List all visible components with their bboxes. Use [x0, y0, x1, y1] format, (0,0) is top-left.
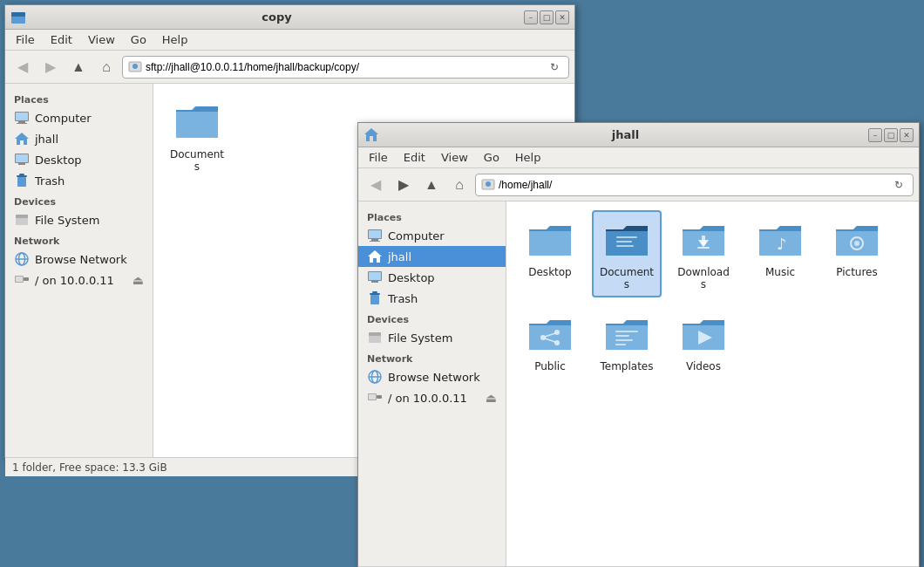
toolbar-jhall: ◀ ▶ ▲ ⌂ ↻: [358, 168, 919, 202]
sidebar-computer-jhall[interactable]: Computer: [358, 225, 506, 246]
sidebar-trash-label-copy: Trash: [35, 174, 65, 188]
home-btn-jhall[interactable]: ⌂: [447, 173, 472, 197]
svg-marker-23: [364, 128, 378, 141]
file-label-public: Public: [534, 360, 566, 372]
network-icon-copy: [14, 251, 30, 267]
svg-rect-63: [615, 344, 626, 345]
address-bar-copy: ↻: [122, 56, 569, 79]
svg-rect-35: [370, 293, 380, 295]
sidebar-trash-copy[interactable]: Trash: [5, 170, 153, 191]
sidebar-trash-jhall[interactable]: Trash: [358, 288, 506, 309]
address-input-copy[interactable]: [146, 61, 542, 73]
window-controls-jhall: – □ ✕: [868, 128, 914, 142]
address-input-jhall[interactable]: [499, 179, 887, 191]
sidebar-filesystem-jhall[interactable]: File System: [358, 327, 506, 348]
maximize-btn-jhall[interactable]: □: [884, 128, 898, 142]
eject-icon-copy[interactable]: ⏏: [132, 273, 144, 287]
menu-help-jhall[interactable]: Help: [508, 149, 548, 166]
menu-file-jhall[interactable]: File: [362, 149, 395, 166]
sidebar-jhall-copy[interactable]: jhall: [5, 128, 153, 149]
file-item-videos[interactable]: Videos: [669, 304, 738, 379]
svg-point-57: [554, 340, 560, 345]
menu-view-jhall[interactable]: View: [434, 149, 475, 166]
sidebar-remote-jhall[interactable]: / on 10.0.0.11 ⏏: [358, 387, 506, 408]
sidebar-browsenetwork-label-copy: Browse Network: [35, 253, 127, 266]
menu-edit-copy[interactable]: Edit: [44, 31, 79, 48]
sidebar-desktop-jhall[interactable]: Desktop: [358, 267, 506, 288]
file-item-documents[interactable]: Documents: [592, 210, 662, 297]
svg-rect-38: [369, 332, 381, 336]
sidebar-browsenetwork-jhall[interactable]: Browse Network: [358, 366, 506, 387]
trash-icon-jhall: [367, 290, 383, 306]
menubar-jhall: File Edit View Go Help: [358, 147, 919, 168]
forward-btn-jhall[interactable]: ▶: [391, 173, 416, 197]
places-label-copy: Places: [5, 89, 153, 107]
svg-rect-21: [16, 277, 23, 282]
home-btn-copy[interactable]: ⌂: [94, 55, 119, 79]
folder-icon-documents-copy: [174, 99, 220, 145]
minimize-btn-jhall[interactable]: –: [868, 128, 882, 142]
menu-file-copy[interactable]: File: [9, 31, 42, 48]
computer-icon-copy: [14, 110, 30, 126]
forward-btn-copy[interactable]: ▶: [38, 55, 63, 79]
folder-icon-downloads: [681, 217, 726, 263]
sidebar-desktop-label-jhall: Desktop: [388, 271, 435, 284]
folder-icon-pictures: [834, 217, 880, 263]
back-btn-copy[interactable]: ◀: [10, 55, 35, 79]
sidebar-browsenetwork-copy[interactable]: Browse Network: [5, 249, 153, 270]
file-item-music[interactable]: ♪ Music: [745, 210, 815, 297]
sidebar-computer-copy[interactable]: Computer: [5, 107, 153, 128]
svg-rect-62: [615, 339, 633, 341]
refresh-btn-jhall[interactable]: ↻: [890, 176, 907, 194]
sidebar-jhall-label-jhall: jhall: [388, 250, 411, 263]
folder-icon-videos: [681, 311, 726, 357]
desktop-icon-copy: [14, 152, 30, 167]
sidebar-filesystem-label-jhall: File System: [388, 331, 452, 345]
file-grid-jhall: Desktop Documents: [506, 202, 919, 566]
sidebar-filesystem-copy[interactable]: File System: [5, 209, 153, 230]
menu-edit-jhall[interactable]: Edit: [397, 149, 432, 166]
sidebar-remote-copy[interactable]: / on 10.0.0.11 ⏏: [5, 270, 153, 290]
titlebar-copy: copy – □ ✕: [5, 5, 574, 30]
svg-marker-8: [15, 133, 29, 145]
sidebar-jhall-jhall[interactable]: jhall: [358, 246, 506, 267]
file-item-public[interactable]: Public: [515, 304, 585, 379]
sidebar-remote-label-copy: / on 10.0.0.11: [35, 274, 114, 287]
close-btn-copy[interactable]: ✕: [555, 10, 569, 24]
sidebar-remote-label-jhall: / on 10.0.0.11: [388, 392, 467, 405]
content-area-jhall: Places Computer jhall: [358, 202, 919, 566]
menu-view-copy[interactable]: View: [81, 31, 122, 48]
svg-rect-27: [369, 230, 381, 238]
sidebar-desktop-copy[interactable]: Desktop: [5, 149, 153, 170]
file-item-documents-copy[interactable]: Documents: [162, 92, 232, 180]
address-location-icon-copy: [128, 60, 142, 74]
home-icon-copy: [14, 131, 30, 147]
file-item-pictures[interactable]: Pictures: [822, 210, 892, 297]
file-label-downloads: Downloads: [676, 266, 731, 290]
up-btn-copy[interactable]: ▲: [66, 55, 91, 79]
minimize-btn-copy[interactable]: –: [524, 10, 538, 24]
svg-rect-50: [702, 236, 705, 245]
sidebar-computer-label-copy: Computer: [35, 112, 92, 125]
file-label-pictures: Pictures: [836, 266, 878, 278]
svg-rect-36: [372, 291, 377, 293]
window-icon-copy: [10, 10, 26, 25]
sidebar-filesystem-label-copy: File System: [35, 214, 99, 227]
refresh-btn-copy[interactable]: ↻: [546, 58, 563, 76]
close-btn-jhall[interactable]: ✕: [900, 128, 914, 142]
network-icon-jhall: [367, 369, 383, 385]
menu-go-jhall[interactable]: Go: [477, 149, 506, 166]
svg-rect-32: [369, 272, 381, 280]
file-item-downloads[interactable]: Downloads: [669, 210, 738, 297]
up-btn-jhall[interactable]: ▲: [419, 173, 444, 197]
maximize-btn-copy[interactable]: □: [540, 10, 554, 24]
file-item-desktop[interactable]: Desktop: [515, 210, 585, 297]
sidebar-copy: Places Computer jhall: [5, 84, 153, 457]
menu-go-copy[interactable]: Go: [124, 31, 153, 48]
file-item-templates[interactable]: Templates: [592, 304, 662, 379]
folder-icon-templates: [604, 311, 649, 357]
file-label-videos: Videos: [686, 360, 721, 372]
menu-help-copy[interactable]: Help: [155, 31, 195, 48]
back-btn-jhall[interactable]: ◀: [363, 173, 388, 197]
eject-icon-jhall[interactable]: ⏏: [486, 391, 497, 405]
